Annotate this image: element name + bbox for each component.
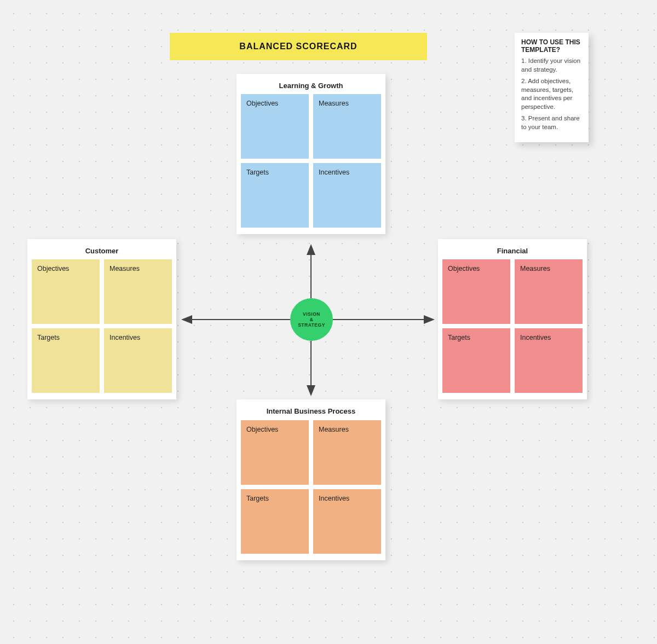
cell-targets[interactable]: Targets (442, 328, 510, 393)
panel-financial-title: Financial (442, 243, 583, 259)
help-step-1: 1. Identify your vision and strategy. (521, 57, 582, 74)
panel-internal-business-process[interactable]: Internal Business Process Objectives Mea… (237, 399, 385, 560)
panel-financial[interactable]: Financial Objectives Measures Targets In… (438, 239, 587, 399)
cell-incentives[interactable]: Incentives (313, 489, 381, 554)
cell-measures[interactable]: Measures (515, 259, 583, 324)
cell-targets[interactable]: Targets (241, 489, 309, 554)
panel-internal-business-process-title: Internal Business Process (241, 404, 381, 420)
panel-internal-business-process-grid: Objectives Measures Targets Incentives (241, 420, 381, 554)
cell-incentives[interactable]: Incentives (104, 328, 172, 393)
panel-learning-growth-title: Learning & Growth (241, 78, 381, 94)
cell-objectives[interactable]: Objectives (442, 259, 510, 324)
panel-customer-grid: Objectives Measures Targets Incentives (32, 259, 172, 393)
cell-targets[interactable]: Targets (32, 328, 100, 393)
center-line2: & (310, 317, 314, 322)
cell-measures[interactable]: Measures (313, 94, 381, 159)
vision-strategy-circle[interactable]: VISION & STRATEGY (290, 298, 333, 341)
help-step-3: 3. Present and share to your team. (521, 114, 582, 131)
help-step-2: 2. Add objectives, measures, targets, an… (521, 77, 582, 111)
vision-strategy-text: VISION & STRATEGY (298, 311, 325, 328)
help-card[interactable]: HOW TO USE THIS TEMPLATE? 1. Identify yo… (515, 33, 589, 142)
cell-measures[interactable]: Measures (313, 420, 381, 485)
cell-incentives[interactable]: Incentives (515, 328, 583, 393)
panel-customer[interactable]: Customer Objectives Measures Targets Inc… (27, 239, 176, 399)
center-line1: VISION (303, 311, 320, 317)
title-bar: BALANCED SCORECARD (170, 33, 427, 60)
panel-learning-growth[interactable]: Learning & Growth Objectives Measures Ta… (237, 74, 385, 234)
cell-measures[interactable]: Measures (104, 259, 172, 324)
panel-financial-grid: Objectives Measures Targets Incentives (442, 259, 583, 393)
cell-objectives[interactable]: Objectives (241, 94, 309, 159)
panel-customer-title: Customer (32, 243, 172, 259)
cell-targets[interactable]: Targets (241, 163, 309, 228)
center-line3: STRATEGY (298, 322, 325, 328)
cell-objectives[interactable]: Objectives (241, 420, 309, 485)
panel-learning-growth-grid: Objectives Measures Targets Incentives (241, 94, 381, 228)
cell-objectives[interactable]: Objectives (32, 259, 100, 324)
cell-incentives[interactable]: Incentives (313, 163, 381, 228)
title-text: BALANCED SCORECARD (239, 42, 357, 51)
help-title: HOW TO USE THIS TEMPLATE? (521, 38, 582, 54)
